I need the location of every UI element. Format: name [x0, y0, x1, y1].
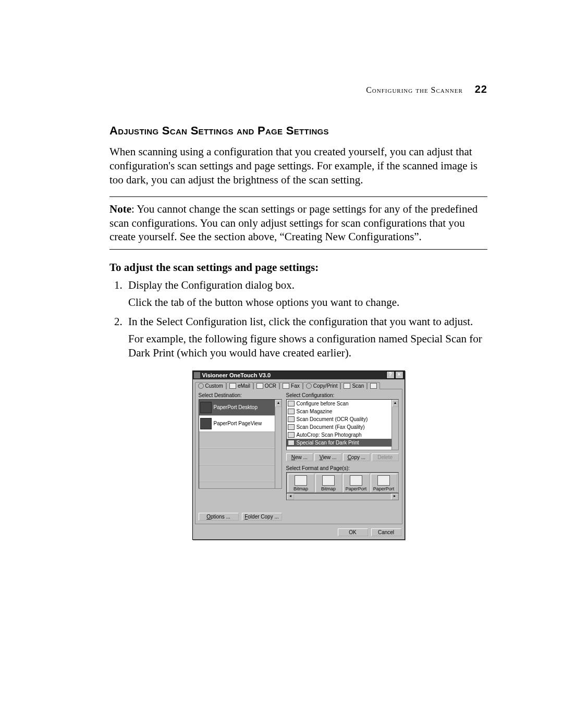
tab-ocr-label: OCR	[265, 383, 276, 389]
doc-icon	[288, 424, 295, 430]
section-title: Adjusting Scan Settings and Page Setting…	[109, 124, 487, 138]
folder-copy-button[interactable]: Folder Copy ...	[242, 513, 282, 521]
format-bitmap-single[interactable]: Bitmap	[288, 474, 314, 492]
cfg-scan-doc-ocr[interactable]: Scan Document (OCR Quality)	[287, 415, 398, 423]
cfg-autocrop-photo[interactable]: AutoCrop: Scan Photograph	[287, 431, 398, 439]
app-icon	[200, 418, 212, 429]
help-button[interactable]: ?	[386, 371, 395, 379]
doc-icon	[288, 440, 295, 446]
format-paperport-single[interactable]: PaperPort	[343, 474, 370, 492]
subheading: To adjust the scan settings and page set…	[109, 261, 487, 274]
step-1: Display the Configuration dialog box. Cl…	[125, 278, 487, 310]
select-destination-label: Select Destination:	[199, 392, 282, 398]
format-scrollbar[interactable]: ◂ ▸	[286, 493, 399, 500]
cfg-special-dark-print[interactable]: Special Scan for Dark Print	[287, 439, 398, 447]
tab-strip: Custom eMail OCR Fax Copy/Print Scan	[193, 379, 405, 389]
page-icon	[295, 475, 307, 486]
tab-scan[interactable]: Scan	[340, 382, 367, 389]
tab-custom[interactable]: Custom	[195, 382, 226, 389]
intro-paragraph: When scanning using a configuration that…	[109, 145, 487, 187]
configuration-listbox[interactable]: Configure before Scan Scan Magazine Scan…	[286, 399, 399, 450]
prefs-icon	[370, 383, 377, 389]
cfg-label: Scan Document (OCR Quality)	[297, 416, 368, 422]
options-button[interactable]: Options ...	[199, 513, 239, 521]
new-button[interactable]: New ...	[286, 453, 313, 461]
step-1-line1: Display the Configuration dialog box.	[128, 279, 295, 291]
tab-copyprint-label: Copy/Print	[313, 383, 338, 389]
tab-email[interactable]: eMail	[226, 382, 253, 389]
running-header: Configuring the Scanner 22	[109, 83, 487, 95]
titlebar: Visioneer OneTouch V3.0 ? ×	[193, 371, 405, 379]
app-icon	[194, 372, 200, 378]
cfg-scan-magazine[interactable]: Scan Magazine	[287, 408, 398, 415]
pages-icon	[322, 475, 335, 486]
tab-fax[interactable]: Fax	[279, 382, 303, 389]
ok-button[interactable]: OK	[338, 528, 368, 536]
note-label: Note	[109, 203, 131, 215]
select-configuration-label: Select Configuration:	[286, 392, 399, 398]
circle-icon	[198, 383, 204, 389]
doc-icon	[288, 432, 295, 438]
cfg-configure-before-scan[interactable]: Configure before Scan	[287, 400, 398, 408]
dialog-panel: Select Destination: PaperPort Desktop Pa…	[195, 389, 402, 524]
tab-fax-label: Fax	[291, 383, 300, 389]
tab-ocr[interactable]: OCR	[253, 382, 279, 389]
tab-email-label: eMail	[238, 383, 250, 389]
list-item	[199, 448, 282, 465]
scroll-up-icon[interactable]: ▴	[275, 400, 282, 407]
window-title: Visioneer OneTouch V3.0	[202, 372, 386, 378]
scrollbar[interactable]: ▴	[275, 400, 282, 488]
list-item	[199, 465, 282, 482]
step-2-line2: For example, the following figure shows …	[128, 332, 487, 360]
dest-paperport-pageview[interactable]: PaperPort PageView	[199, 416, 282, 431]
fmt-label: Bitmap	[293, 486, 308, 491]
close-button[interactable]: ×	[395, 371, 403, 379]
fmt-label: Bitmap	[321, 486, 336, 491]
scroll-up-icon[interactable]: ▴	[392, 400, 398, 407]
cfg-label: AutoCrop: Scan Photograph	[297, 432, 362, 438]
fax-icon	[283, 383, 289, 389]
cfg-scan-doc-fax[interactable]: Scan Document (Fax Quality)	[287, 423, 398, 431]
mail-icon	[229, 383, 236, 389]
page-number: 22	[475, 83, 487, 95]
options-label: ptions ...	[211, 514, 230, 520]
dest-paperport-desktop[interactable]: PaperPort Desktop	[199, 400, 282, 416]
fmt-label: PaperPort	[373, 486, 395, 491]
format-bitmap-multi[interactable]: Bitmap	[315, 474, 342, 492]
note-block: Note: You cannot change the scan setting…	[109, 196, 487, 250]
format-box: Bitmap Bitmap PaperPort PaperPort	[286, 472, 399, 493]
select-format-label: Select Format and Page(s):	[286, 465, 399, 471]
view-button[interactable]: View ...	[314, 453, 341, 461]
folder-label: older Copy ...	[248, 514, 278, 520]
scroll-right-icon[interactable]: ▸	[391, 493, 398, 500]
tab-copyprint[interactable]: Copy/Print	[303, 382, 341, 389]
cfg-label: Configure before Scan	[297, 401, 349, 406]
scroll-left-icon[interactable]: ◂	[287, 493, 294, 500]
dialog-footer: OK Cancel	[193, 526, 405, 539]
copyprint-icon	[306, 383, 312, 389]
doc-icon	[288, 401, 295, 406]
tab-custom-label: Custom	[205, 383, 223, 389]
note-body: : You cannot change the scan settings or…	[109, 203, 478, 243]
destination-listbox[interactable]: PaperPort Desktop PaperPort PageView	[199, 399, 282, 489]
onetouch-dialog: Visioneer OneTouch V3.0 ? × Custom eMail…	[192, 371, 405, 540]
ocr-icon	[256, 383, 263, 389]
pages-icon	[377, 475, 390, 486]
cfg-label: Scan Document (Fax Quality)	[297, 424, 365, 430]
fmt-label: PaperPort	[346, 486, 367, 491]
doc-icon	[288, 416, 295, 422]
list-item	[199, 482, 282, 489]
delete-button: Delete	[372, 453, 399, 461]
steps-list: Display the Configuration dialog box. Cl…	[109, 278, 487, 360]
cfg-label: Special Scan for Dark Print	[297, 440, 359, 446]
format-paperport-multi[interactable]: PaperPort	[371, 474, 397, 492]
dest-label: PaperPort PageView	[214, 421, 262, 426]
dest-label: PaperPort Desktop	[214, 404, 258, 410]
step-2: In the Select Configuration list, click …	[125, 315, 487, 360]
tab-prefs[interactable]	[367, 382, 380, 389]
step-1-line2: Click the tab of the button whose option…	[128, 295, 487, 310]
cancel-button[interactable]: Cancel	[371, 528, 401, 536]
copy-button[interactable]: Copy ...	[343, 453, 370, 461]
scrollbar[interactable]: ▴	[391, 400, 398, 450]
printer-icon	[344, 383, 350, 389]
